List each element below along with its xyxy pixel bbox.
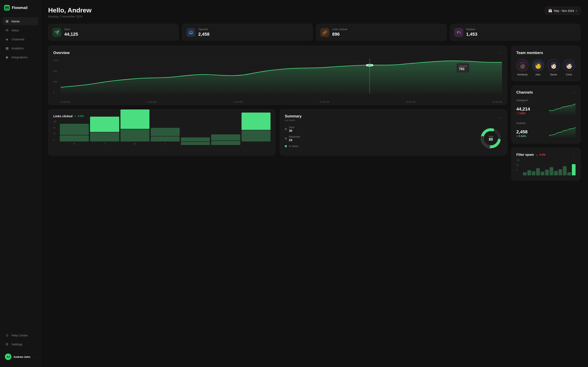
avatar-sarah: 👩🏻 xyxy=(547,59,560,71)
spam-dots[interactable]: ⋮ xyxy=(572,153,576,157)
user-menu-dots[interactable]: ··· xyxy=(33,355,36,359)
replied-info: Replied 1,453 xyxy=(466,28,477,37)
summary-inbox: In inbox xyxy=(285,145,476,148)
bar-group: T xyxy=(242,113,270,145)
avatar: AJ xyxy=(5,354,11,360)
calendar-icon: 📅 xyxy=(548,9,552,13)
bar xyxy=(211,134,240,141)
bar-label: W xyxy=(134,143,136,145)
spam-y-labels: 10k 5k 0 xyxy=(516,159,520,171)
outlook-values: 2,458 + 5.54% xyxy=(516,129,527,138)
link-icon xyxy=(323,30,327,35)
summary-header: Summary last week ··· xyxy=(285,114,502,122)
right-col: Team members 👩🏿 Kimberly 🧑 Alex 👩🏻 xyxy=(511,46,581,180)
tooltip-value: 793 xyxy=(459,67,467,71)
spam-bar xyxy=(545,170,549,175)
overview-card: Overview ··· 1000 600 300 0 xyxy=(48,46,507,105)
stat-opened: Opened 2,458 xyxy=(182,24,313,41)
outlook-header: 2,458 + 5.54% xyxy=(516,125,576,138)
date-picker[interactable]: 📅 May - Nov 2024 ▾ xyxy=(545,7,581,15)
bar xyxy=(90,132,119,142)
sidebar-item-help[interactable]: ⊙ Help Center xyxy=(2,331,38,339)
bar xyxy=(242,113,270,130)
bar xyxy=(181,137,210,142)
logo[interactable]: Flowmail xyxy=(2,5,38,11)
chart-tooltip: Opened 793 xyxy=(457,63,469,73)
greeting-block: Hello, Andrew Monday, 5 November 2024 xyxy=(48,7,91,18)
bar-label: M xyxy=(73,143,75,145)
spam-bar xyxy=(532,171,536,175)
channels-icon: ◈ xyxy=(5,37,9,41)
summary-received-value: 23 xyxy=(289,138,300,142)
filter-spam-card: Filter spam ↘ 0.5% ⋮ 10k 5k 0 xyxy=(511,148,581,180)
member-name-alex: Alex xyxy=(535,73,540,76)
summary-title: Summary xyxy=(285,114,302,118)
sidebar-item-integrations[interactable]: ◉ Integrations xyxy=(2,53,38,61)
overview-dots[interactable]: ··· xyxy=(498,51,502,55)
channel-instagram: Instagram 44,214 - 7.32% xyxy=(516,99,576,115)
bar xyxy=(60,135,89,142)
links-pct: 0.5% xyxy=(78,115,84,118)
avatar-kimberly: 👩🏿 xyxy=(516,59,528,71)
links-clicked-header: Links clicked ↗ 0.5% ⋮ xyxy=(53,114,270,118)
replied-icon-wrap xyxy=(454,28,463,37)
team-member-alex: 🧑 Alex xyxy=(532,59,544,76)
spam-chart-wrap: 10k 5k 0 xyxy=(516,159,576,175)
donut-wrap: Total 89 xyxy=(480,127,502,150)
channels-header: Channels ··· xyxy=(516,90,576,95)
sidebar-item-channels[interactable]: ◈ Channels xyxy=(2,35,38,43)
trend-up-icon: ↗ xyxy=(74,115,76,118)
sent-info: Sent 44,125 xyxy=(64,28,78,37)
summary-sent-value: 30 xyxy=(289,129,294,132)
sidebar-item-label-settings: Settings xyxy=(11,342,22,346)
svg-rect-0 xyxy=(4,5,10,11)
avatar-alex: 🧑 xyxy=(532,59,544,71)
links-info: Links clicked 896 xyxy=(332,28,347,37)
page-header: Hello, Andrew Monday, 5 November 2024 📅 … xyxy=(48,7,581,18)
line-chart-svg xyxy=(61,59,502,94)
links-label: Links clicked xyxy=(332,28,347,31)
channels-title: Channels xyxy=(516,90,533,95)
page-subtitle: Monday, 5 November 2024 xyxy=(48,15,91,18)
member-name-chris: Chris xyxy=(566,73,572,76)
spam-bar xyxy=(554,171,558,175)
instagram-value: 44,214 xyxy=(516,106,530,112)
donut-chart: Total 89 xyxy=(480,127,502,150)
nav-bottom: ⊙ Help Center ⚙ Settings AJ Andrew John … xyxy=(2,331,38,362)
outlook-value: 2,458 xyxy=(516,129,527,134)
trend-down-icon: ↘ xyxy=(535,153,538,156)
sidebar-item-settings[interactable]: ⚙ Settings xyxy=(2,340,38,348)
sidebar-item-label-integrations: Integrations xyxy=(11,55,27,59)
links-clicked-card: Links clicked ↗ 0.5% ⋮ 10k 5k 1k 0 xyxy=(48,109,276,156)
bar-group xyxy=(211,134,240,145)
reply-icon xyxy=(457,30,461,35)
bar xyxy=(60,124,89,135)
sent-value: 44,125 xyxy=(64,32,78,37)
bar xyxy=(121,109,149,129)
sidebar-item-analytics[interactable]: ▦ Analytics xyxy=(2,44,38,52)
opened-value: 2,458 xyxy=(198,32,209,37)
user-row[interactable]: AJ Andrew John ··· xyxy=(2,351,38,362)
avatar-chris: 🧑🏻 xyxy=(563,59,575,71)
sidebar-item-inbox[interactable]: ✉ Inbox xyxy=(2,26,38,34)
replied-label: Replied xyxy=(466,28,477,31)
sidebar-item-label-channels: Channels xyxy=(11,38,24,41)
received-dot xyxy=(285,137,287,140)
bar xyxy=(211,141,240,145)
chevron-down-icon: ▾ xyxy=(576,9,577,12)
summary-card: Summary last week ··· Sent xyxy=(280,109,507,156)
team-member-sarah: 👩🏻 Sarah xyxy=(547,59,560,76)
team-header: Team members xyxy=(516,51,576,55)
main-content: Hello, Andrew Monday, 5 November 2024 📅 … xyxy=(41,0,588,367)
date-range-label: May - Nov 2024 xyxy=(554,9,574,12)
bar-group: W xyxy=(121,109,149,145)
sent-label: Sent xyxy=(64,28,78,31)
sidebar-item-home[interactable]: ⊞ Home xyxy=(2,17,38,25)
opened-icon xyxy=(189,30,193,35)
channels-dots[interactable]: ··· xyxy=(571,90,576,95)
instagram-change: - 7.32% xyxy=(516,112,530,115)
summary-dots[interactable]: ··· xyxy=(498,116,502,120)
help-icon: ⊙ xyxy=(5,333,9,337)
integrations-icon: ◉ xyxy=(5,55,9,59)
bar xyxy=(151,136,180,142)
